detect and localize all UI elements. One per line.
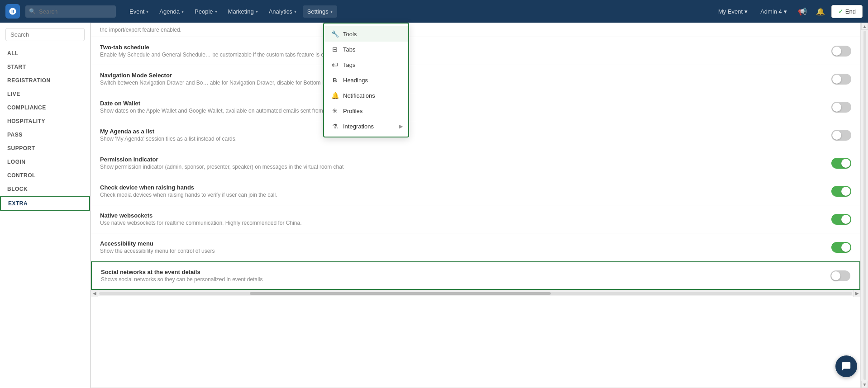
settings-sidebar: ALL START REGISTRATION LIVE COMPLIANCE H… (0, 23, 91, 388)
import-export-note: the import/export feature enabled. (91, 23, 860, 37)
nav-people[interactable]: People ▾ (190, 5, 221, 18)
accessibility-menu-desc: Show the accessibility menu for control … (100, 248, 826, 254)
scroll-down-btn[interactable]: ▼ (861, 381, 868, 388)
sidebar-search-input[interactable] (5, 28, 85, 41)
admin-caret-icon: ▾ (784, 8, 787, 15)
nav-agenda[interactable]: Agenda ▾ (155, 5, 188, 18)
announcements-icon[interactable]: 📢 (795, 4, 810, 19)
accessibility-menu-title: Accessibility menu (100, 240, 826, 247)
check-device-title: Check device when raising hands (100, 184, 826, 191)
settings-row-check-device: Check device when raising hands Check me… (91, 177, 860, 205)
navigation-mode-title: Navigation Mode Selector (100, 72, 826, 79)
permission-indicator-title: Permission indicator (100, 156, 826, 163)
sidebar-item-control[interactable]: CONTROL (0, 169, 90, 182)
settings-row-permission-indicator: Permission indicator Show permission ind… (91, 149, 860, 177)
dropdown-integrations[interactable]: ⚗ Integrations ▶ (324, 118, 408, 134)
sidebar-item-pass[interactable]: PASS (0, 128, 90, 142)
social-networks-desc: Shows social networks so they can be per… (101, 276, 825, 283)
settings-row-two-tab-schedule: Two-tab schedule Enable My Schedule and … (91, 37, 860, 65)
two-tab-schedule-desc: Enable My Schedule and General Schedule…… (100, 52, 826, 58)
settings-dropdown-menu: 🔧 Tools ⊟ Tabs 🏷 Tags B Headings 🔔 Notif… (323, 23, 409, 137)
sidebar-item-extra[interactable]: EXTRA (0, 196, 90, 211)
nav-event[interactable]: Event ▾ (125, 5, 153, 18)
nav-right: My Event ▾ Admin 4 ▾ 📢 🔔 ✓ End (714, 4, 863, 19)
date-wallet-toggle[interactable] (831, 102, 851, 113)
dropdown-tools[interactable]: 🔧 Tools (324, 26, 408, 42)
navigation-mode-desc: Switch between Navigation Drawer and Bo…… (100, 80, 826, 86)
sidebar-item-block[interactable]: BLOCK (0, 182, 90, 196)
v-scroll-thumb[interactable] (863, 31, 866, 380)
analytics-caret-icon: ▾ (294, 9, 296, 14)
two-tab-schedule-title: Two-tab schedule (100, 44, 826, 51)
social-networks-toggle[interactable] (830, 270, 850, 281)
h-scroll-track (99, 292, 852, 295)
top-nav: 🔍 Event ▾ Agenda ▾ People ▾ Marketing ▾ … (0, 0, 868, 23)
notifications-bell-icon[interactable]: 🔔 (813, 4, 828, 19)
flask-icon: ⚗ (331, 123, 339, 130)
settings-panel: ALL START REGISTRATION LIVE COMPLIANCE H… (0, 23, 868, 388)
my-agenda-toggle[interactable] (831, 130, 851, 141)
date-wallet-desc: Show dates on the Apple Wallet and Googl… (100, 108, 826, 114)
dropdown-profiles[interactable]: ✳ Profiles (324, 103, 408, 118)
two-tab-schedule-toggle[interactable] (831, 46, 851, 57)
dropdown-notifications[interactable]: 🔔 Notifications (324, 88, 408, 103)
native-websockets-title: Native websockets (100, 212, 826, 219)
settings-row-native-websockets: Native websockets Use native websockets … (91, 205, 860, 233)
sidebar-item-hospitality[interactable]: HOSPITALITY (0, 114, 90, 128)
navigation-mode-toggle[interactable] (831, 74, 851, 85)
nav-settings[interactable]: Settings ▾ (303, 5, 337, 18)
profiles-icon: ✳ (331, 107, 339, 114)
my-event-button[interactable]: My Event ▾ (714, 5, 752, 18)
vertical-scroll-area: ▲ ▼ (861, 23, 868, 388)
sidebar-item-start[interactable]: START (0, 60, 90, 74)
accessibility-menu-toggle[interactable] (831, 242, 851, 253)
scroll-right-btn[interactable]: ▶ (853, 290, 860, 297)
settings-row-social-networks: Social networks at the event details Sho… (91, 261, 860, 290)
my-agenda-title: My Agenda as a list (100, 128, 826, 135)
search-input[interactable] (25, 5, 116, 18)
tabs-icon: ⊟ (331, 46, 339, 53)
dropdown-tags[interactable]: 🏷 Tags (324, 57, 408, 72)
tag-icon: 🏷 (331, 61, 339, 68)
native-websockets-toggle[interactable] (831, 214, 851, 225)
dropdown-tabs[interactable]: ⊟ Tabs (324, 42, 408, 57)
bell-icon: 🔔 (331, 92, 339, 99)
settings-caret-icon: ▾ (330, 9, 333, 14)
sidebar-item-registration[interactable]: REGISTRATION (0, 74, 90, 87)
settings-row-accessibility-menu: Accessibility menu Show the accessibilit… (91, 233, 860, 261)
people-caret-icon: ▾ (215, 9, 217, 14)
search-wrap: 🔍 (25, 5, 116, 18)
social-networks-title: Social networks at the event details (101, 269, 825, 275)
check-icon: ✓ (838, 8, 843, 15)
settings-row-navigation-mode: Navigation Mode Selector Switch between … (91, 65, 860, 93)
scroll-up-btn[interactable]: ▲ (861, 23, 868, 30)
sidebar-item-support[interactable]: SUPPORT (0, 142, 90, 155)
sidebar-item-live[interactable]: LIVE (0, 87, 90, 101)
my-event-caret-icon: ▾ (744, 8, 748, 15)
scroll-left-btn[interactable]: ◀ (91, 290, 98, 297)
nav-marketing[interactable]: Marketing ▾ (224, 5, 262, 18)
dropdown-headings[interactable]: B Headings (324, 72, 408, 88)
sidebar-item-login[interactable]: LOGIN (0, 155, 90, 169)
sidebar-item-compliance[interactable]: COMPLIANCE (0, 101, 90, 114)
settings-row-my-agenda: My Agenda as a list Show 'My Agenda' ses… (91, 121, 860, 149)
wrench-icon: 🔧 (331, 30, 339, 38)
chat-button[interactable] (835, 355, 857, 377)
my-agenda-desc: Show 'My Agenda' session tiles as a list… (100, 136, 826, 142)
nav-items: Event ▾ Agenda ▾ People ▾ Marketing ▾ An… (125, 5, 714, 18)
app-logo[interactable] (5, 4, 20, 19)
nav-analytics[interactable]: Analytics ▾ (264, 5, 301, 18)
permission-indicator-toggle[interactable] (831, 158, 851, 169)
horizontal-scrollbar[interactable]: ◀ ▶ (91, 290, 860, 296)
agenda-caret-icon: ▾ (181, 9, 184, 14)
marketing-caret-icon: ▾ (256, 9, 258, 14)
check-device-toggle[interactable] (831, 186, 851, 197)
end-button[interactable]: ✓ End (831, 5, 863, 18)
event-caret-icon: ▾ (146, 9, 148, 14)
date-wallet-title: Date on Wallet (100, 100, 826, 107)
heading-icon: B (331, 76, 339, 84)
settings-row-date-wallet: Date on Wallet Show dates on the Apple W… (91, 93, 860, 121)
sidebar-item-all[interactable]: ALL (0, 47, 90, 60)
admin-button[interactable]: Admin 4 ▾ (756, 5, 792, 18)
h-scroll-thumb[interactable] (250, 292, 551, 295)
